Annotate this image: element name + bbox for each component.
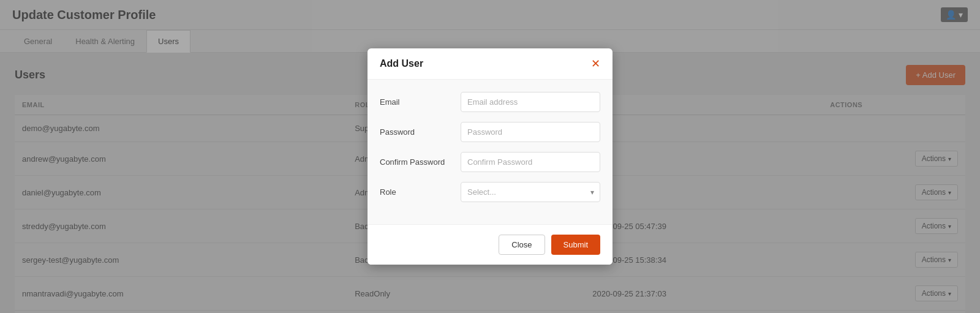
- confirm-password-form-group: Confirm Password: [380, 152, 600, 172]
- role-label: Role: [380, 187, 453, 197]
- email-input[interactable]: [461, 92, 600, 112]
- close-button[interactable]: Close: [499, 235, 545, 255]
- modal-footer: Close Submit: [368, 224, 612, 265]
- modal-body: Email Password Confirm Password Role Sel…: [368, 80, 612, 224]
- modal-close-button[interactable]: ✕: [591, 58, 600, 69]
- add-user-modal: Add User ✕ Email Password Confirm Passwo…: [368, 48, 612, 265]
- email-form-group: Email: [380, 92, 600, 112]
- password-input[interactable]: [461, 122, 600, 142]
- confirm-password-input[interactable]: [461, 152, 600, 172]
- modal-overlay: Add User ✕ Email Password Confirm Passwo…: [0, 0, 980, 313]
- role-select[interactable]: Select... SuperAdminAdminBackupAdminRead…: [461, 182, 600, 202]
- confirm-password-label: Confirm Password: [380, 157, 453, 167]
- submit-button[interactable]: Submit: [551, 235, 600, 255]
- role-select-wrapper: Select... SuperAdminAdminBackupAdminRead…: [461, 182, 600, 202]
- email-label: Email: [380, 97, 453, 107]
- password-label: Password: [380, 127, 453, 137]
- modal-header: Add User ✕: [368, 48, 612, 80]
- modal-title: Add User: [380, 58, 423, 69]
- password-form-group: Password: [380, 122, 600, 142]
- role-form-group: Role Select... SuperAdminAdminBackupAdmi…: [380, 182, 600, 202]
